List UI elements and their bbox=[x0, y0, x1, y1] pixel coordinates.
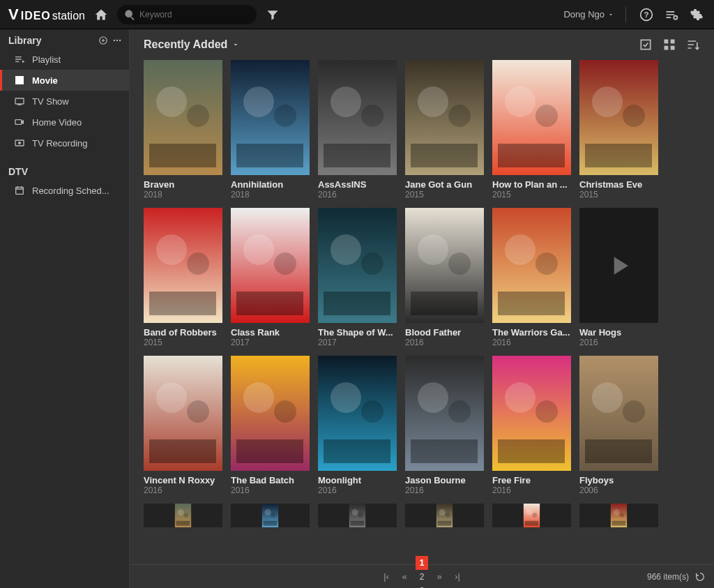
sort-dropdown[interactable]: Recently Added bbox=[144, 38, 240, 51]
movie-title: Band of Robbers bbox=[144, 327, 222, 338]
sidebar-item-movie[interactable]: Movie bbox=[0, 70, 129, 91]
movie-poster[interactable] bbox=[231, 356, 310, 471]
svg-rect-40 bbox=[585, 144, 652, 167]
movie-card[interactable]: Blood Father2016 bbox=[405, 208, 484, 347]
page-number[interactable]: 1 bbox=[416, 556, 428, 570]
movie-card[interactable]: Band of Robbers2015 bbox=[144, 208, 222, 347]
movie-card[interactable]: Jane Got a Gun2015 bbox=[405, 60, 484, 199]
movie-poster[interactable] bbox=[231, 208, 310, 323]
pager: |‹ « 123 » ›| bbox=[379, 556, 464, 589]
page-number[interactable]: 2 bbox=[416, 570, 428, 584]
movie-poster[interactable] bbox=[579, 208, 658, 323]
movie-poster[interactable] bbox=[405, 504, 484, 527]
home-button[interactable] bbox=[92, 6, 110, 24]
topbar: V IDEO station Dong Ngo ? bbox=[0, 0, 714, 29]
movie-card[interactable]: Braven2018 bbox=[144, 60, 222, 199]
movie-card[interactable]: How to Plan an ...2015 bbox=[492, 60, 571, 199]
movie-year: 2017 bbox=[231, 338, 310, 347]
movie-poster[interactable] bbox=[405, 208, 484, 323]
sidebar-item-tvshow[interactable]: TV Show bbox=[0, 91, 129, 112]
movie-card[interactable] bbox=[144, 504, 222, 527]
last-page-button[interactable]: ›| bbox=[450, 570, 464, 584]
svg-rect-10 bbox=[15, 120, 22, 125]
sort-order-icon[interactable] bbox=[686, 38, 700, 52]
movie-card[interactable]: Flyboys2006 bbox=[579, 356, 658, 495]
select-mode-icon[interactable] bbox=[639, 38, 653, 52]
movie-poster[interactable] bbox=[144, 208, 222, 323]
movie-poster[interactable] bbox=[492, 60, 571, 175]
movie-poster[interactable] bbox=[405, 60, 484, 175]
sidebar-item-label: Recording Sched... bbox=[32, 186, 109, 196]
movie-poster[interactable] bbox=[318, 208, 397, 323]
movie-card[interactable]: Class Rank2017 bbox=[231, 208, 310, 347]
sidebar-item-recording-schedule[interactable]: Recording Sched... bbox=[0, 180, 129, 201]
svg-rect-24 bbox=[236, 144, 303, 167]
movie-poster[interactable] bbox=[405, 356, 484, 471]
refresh-icon[interactable] bbox=[694, 571, 706, 582]
movie-card[interactable]: Free Fire2016 bbox=[492, 356, 571, 495]
add-icon[interactable] bbox=[98, 36, 108, 45]
movie-card[interactable]: The Bad Batch2016 bbox=[231, 356, 310, 495]
filter-button[interactable] bbox=[264, 6, 282, 24]
settings-button[interactable] bbox=[688, 6, 706, 24]
movie-card[interactable]: Jason Bourne2016 bbox=[405, 356, 484, 495]
grid-view-icon[interactable] bbox=[662, 38, 676, 52]
movie-poster[interactable] bbox=[231, 504, 310, 527]
movie-card[interactable]: Christmas Eve2015 bbox=[579, 60, 658, 199]
sidebar-item-playlist[interactable]: Playlist bbox=[0, 49, 129, 70]
prev-page-button[interactable]: « bbox=[397, 570, 411, 584]
movie-year: 2006 bbox=[579, 485, 658, 495]
svg-rect-17 bbox=[664, 46, 669, 50]
movie-year: 2018 bbox=[231, 190, 310, 199]
movie-poster[interactable] bbox=[318, 504, 397, 527]
logo-suffix: station bbox=[52, 10, 85, 22]
footer: |‹ « 123 » ›| 966 item(s) bbox=[130, 564, 714, 588]
svg-point-103 bbox=[446, 513, 450, 518]
movie-poster[interactable] bbox=[144, 356, 222, 471]
movie-poster[interactable] bbox=[231, 60, 310, 175]
movie-poster[interactable] bbox=[318, 60, 397, 175]
movie-card[interactable]: Moonlight2016 bbox=[318, 356, 397, 495]
movie-poster[interactable] bbox=[579, 356, 658, 471]
movie-poster[interactable] bbox=[579, 504, 658, 527]
caret-down-icon bbox=[607, 11, 614, 18]
page-number[interactable]: 3 bbox=[416, 584, 428, 589]
svg-point-82 bbox=[505, 382, 536, 413]
search-input[interactable] bbox=[139, 10, 250, 20]
movie-card[interactable] bbox=[405, 504, 484, 527]
movie-poster[interactable] bbox=[492, 208, 571, 323]
search-box[interactable] bbox=[117, 5, 257, 24]
movie-card[interactable]: Vincent N Roxxy2016 bbox=[144, 356, 222, 495]
svg-point-30 bbox=[361, 105, 383, 127]
svg-point-66 bbox=[156, 382, 187, 413]
sidebar-item-tvrecording[interactable]: TV Recording bbox=[0, 133, 129, 153]
movie-poster[interactable] bbox=[318, 356, 397, 471]
help-button[interactable]: ? bbox=[637, 6, 655, 24]
movie-card[interactable] bbox=[492, 504, 571, 527]
movie-card[interactable]: The Warriors Ga...2016 bbox=[492, 208, 571, 347]
user-menu[interactable]: Dong Ngo bbox=[563, 9, 614, 20]
movie-card[interactable] bbox=[579, 504, 658, 527]
movie-card[interactable]: AssAssINS2016 bbox=[318, 60, 397, 199]
movie-poster[interactable] bbox=[492, 356, 571, 471]
movie-card[interactable]: War Hogs2016 bbox=[579, 208, 658, 347]
queue-button[interactable] bbox=[662, 6, 681, 24]
movie-poster[interactable] bbox=[492, 504, 571, 527]
movie-poster[interactable] bbox=[579, 60, 658, 175]
sidebar-section-label: DTV bbox=[8, 166, 122, 177]
movie-card[interactable] bbox=[318, 504, 397, 527]
movie-card[interactable] bbox=[231, 504, 310, 527]
more-icon[interactable] bbox=[112, 36, 122, 45]
movie-card[interactable]: The Shape of W...2017 bbox=[318, 208, 397, 347]
movie-poster[interactable] bbox=[144, 504, 222, 527]
sidebar-item-label: TV Recording bbox=[32, 138, 87, 149]
svg-point-71 bbox=[274, 400, 296, 423]
movie-year: 2016 bbox=[492, 338, 571, 347]
svg-rect-73 bbox=[324, 439, 390, 463]
sidebar-item-homevideo[interactable]: Home Video bbox=[0, 112, 129, 133]
svg-point-21 bbox=[156, 86, 187, 117]
movie-poster[interactable] bbox=[144, 60, 222, 175]
first-page-button[interactable]: |‹ bbox=[379, 570, 393, 584]
next-page-button[interactable]: » bbox=[432, 570, 446, 584]
movie-card[interactable]: Annihilation2018 bbox=[231, 60, 310, 199]
